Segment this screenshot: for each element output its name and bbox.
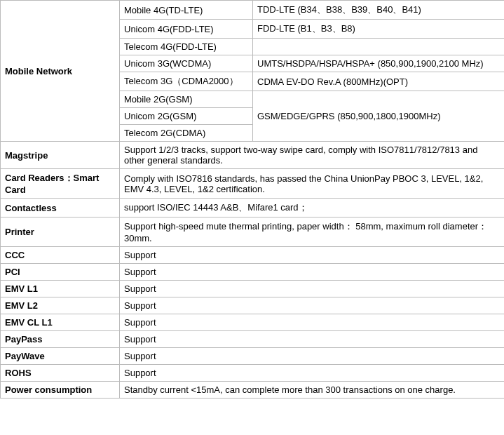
table-row: Mobile Network Mobile 4G(TD-LTE) TDD-LTE… [1,1,505,20]
table-row: EMV CL L1 Support [1,314,505,331]
cell-value: Support [120,297,505,314]
label-emv-cl-l1: EMV CL L1 [1,314,120,331]
cell-value: Support [120,314,505,331]
label-smart-card: Card Readers：Smart Card [1,169,120,199]
cell-value: Comply with ISO7816 standards, has passe… [120,169,505,199]
cell-value: Support [120,247,505,264]
cell-spec: FDD-LTE (B1、B3、B8) [253,20,505,39]
table-row: PayPass Support [1,331,505,348]
cell-value: support ISO/IEC 14443 A&B、Mifare1 card； [120,199,505,218]
cell-operator: Mobile 4G(TD-LTE) [120,1,253,20]
cell-value: Support 1/2/3 tracks, support two-way sw… [120,142,505,169]
cell-operator: Unicom 4G(FDD-LTE) [120,20,253,39]
cell-value: Support high-speed mute thermal printing… [120,218,505,247]
cell-spec: TDD-LTE (B34、B38、B39、B40、B41) [253,1,505,20]
label-pci: PCI [1,264,120,281]
label-printer: Printer [1,218,120,247]
label-emv-l1: EMV L1 [1,281,120,297]
cell-spec: UMTS/HSDPA/HSPA/HSPA+ (850,900,1900,2100… [253,55,505,72]
cell-operator: Unicom 3G(WCDMA) [120,55,253,72]
label-paywave: PayWave [1,348,120,365]
cell-value: Support [120,331,505,348]
label-emv-l2: EMV L2 [1,297,120,314]
cell-value: Standby current <15mA, can complete more… [120,382,505,399]
cell-operator: Mobile 2G(GSM) [120,91,253,108]
table-row: PayWave Support [1,348,505,365]
label-rohs: ROHS [1,365,120,382]
table-row: EMV L2 Support [1,297,505,314]
label-ccc: CCC [1,247,120,264]
cell-spec: GSM/EDGE/GPRS (850,900,1800,1900MHz) [253,91,505,142]
label-magstripe: Magstripe [1,142,120,169]
cell-operator: Telecom 2G(CDMA) [120,125,253,142]
spec-table: Mobile Network Mobile 4G(TD-LTE) TDD-LTE… [0,0,504,399]
table-row: Magstripe Support 1/2/3 tracks, support … [1,142,505,169]
table-row: ROHS Support [1,365,505,382]
label-contactless: Contactless [1,199,120,218]
table-row: Card Readers：Smart Card Comply with ISO7… [1,169,505,199]
table-row: Contactless support ISO/IEC 14443 A&B、Mi… [1,199,505,218]
cell-operator: Telecom 4G(FDD-LTE) [120,39,253,55]
cell-value: Support [120,281,505,297]
table-row: Printer Support high-speed mute thermal … [1,218,505,247]
label-paypass: PayPass [1,331,120,348]
cell-value: Support [120,348,505,365]
cell-value: Support [120,365,505,382]
cell-spec [253,39,505,55]
cell-operator: Unicom 2G(GSM) [120,108,253,125]
cell-value: Support [120,264,505,281]
label-power: Power consumption [1,382,120,399]
table-row: PCI Support [1,264,505,281]
cell-spec: CDMA EV-DO Rev.A (800MHz)(OPT) [253,72,505,91]
cell-operator: Telecom 3G（CDMA2000） [120,72,253,91]
table-row: CCC Support [1,247,505,264]
label-mobile-network: Mobile Network [1,1,120,142]
table-row: Power consumption Standby current <15mA,… [1,382,505,399]
table-row: EMV L1 Support [1,281,505,297]
